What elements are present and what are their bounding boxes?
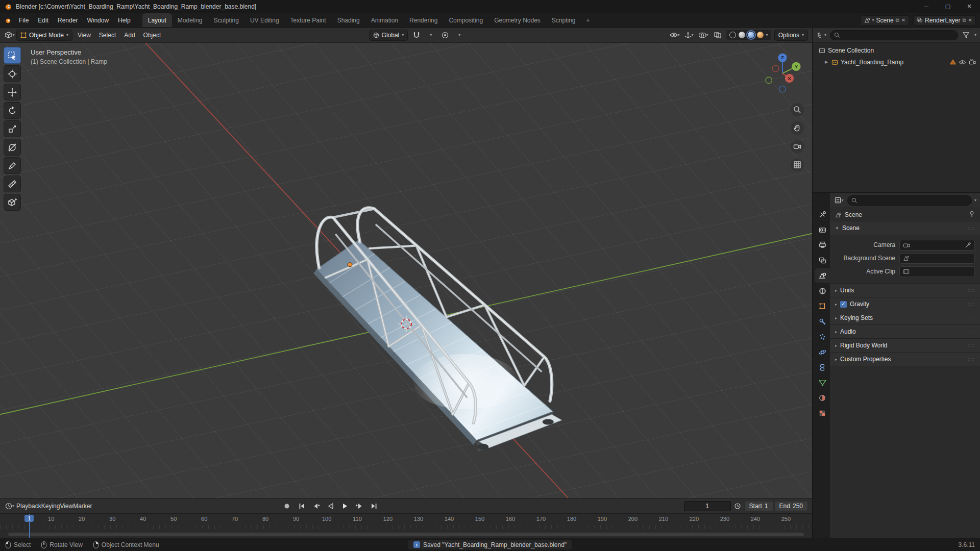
- auto-keying-record-button[interactable]: [281, 500, 292, 512]
- timeline-menu-item[interactable]: Marker: [73, 503, 92, 510]
- timeline-ruler[interactable]: 1020304050607080901001101201301401501601…: [0, 513, 812, 538]
- app-menu-item[interactable]: Render: [53, 13, 82, 27]
- tab-render[interactable]: [815, 222, 830, 237]
- viewport-menu-item[interactable]: Object: [139, 30, 165, 41]
- units-panel-header[interactable]: ▸ Units ::::: [830, 284, 980, 297]
- rigid-body-world-panel-header[interactable]: ▸ Rigid Body World ::::: [830, 339, 980, 353]
- tool-annotate[interactable]: [4, 157, 21, 174]
- new-scene-icon[interactable]: ⧉: [896, 17, 899, 23]
- hide-eye-icon[interactable]: [959, 60, 966, 65]
- tab-world[interactable]: [815, 284, 830, 298]
- background-scene-field[interactable]: [899, 253, 975, 264]
- outliner-editor-type-button[interactable]: ▾: [816, 30, 827, 41]
- tab-object-data[interactable]: [815, 375, 830, 390]
- maximize-button[interactable]: ▢: [937, 0, 959, 13]
- gizmo-neg-x[interactable]: [772, 65, 778, 71]
- shading-material-button[interactable]: [748, 32, 754, 38]
- workspace-tab[interactable]: Animation: [365, 13, 404, 27]
- tab-tool[interactable]: [815, 207, 830, 221]
- tab-scene[interactable]: [815, 268, 830, 283]
- navigation-gizmo[interactable]: Z Y X: [758, 47, 807, 96]
- workspace-tab[interactable]: Layout: [142, 13, 172, 27]
- pin-icon[interactable]: [969, 211, 975, 219]
- tool-cursor[interactable]: [4, 65, 21, 82]
- snap-magnet-toggle[interactable]: [411, 30, 422, 41]
- remove-view-layer-icon[interactable]: ✕: [968, 17, 972, 23]
- tool-measure[interactable]: [4, 176, 21, 192]
- tab-output[interactable]: [815, 238, 830, 252]
- next-keyframe-button[interactable]: [353, 500, 366, 512]
- overlays-dropdown[interactable]: ▾: [698, 30, 709, 41]
- audio-panel-header[interactable]: ▸ Audio ::::: [830, 325, 980, 339]
- panel-drag-handle[interactable]: ::::: [968, 343, 975, 348]
- playhead-frame-label[interactable]: 1: [24, 515, 34, 522]
- panel-drag-handle[interactable]: ::::: [968, 329, 975, 334]
- play-reverse-button[interactable]: [324, 500, 337, 512]
- use-preview-range-icon[interactable]: [732, 500, 743, 512]
- scene-selector[interactable]: ▾ Scene ⧉ ✕: [861, 15, 910, 26]
- panel-drag-handle[interactable]: ::::: [968, 302, 975, 307]
- minimize-button[interactable]: ─: [916, 0, 937, 13]
- workspace-tab[interactable]: Scripting: [546, 13, 581, 27]
- panel-drag-handle[interactable]: ::::: [968, 226, 975, 231]
- workspace-tab[interactable]: Modeling: [172, 13, 208, 27]
- workspace-tab[interactable]: Compositing: [443, 13, 488, 27]
- blender-app-menu-icon[interactable]: [0, 13, 14, 27]
- chevron-down-icon[interactable]: ▾: [974, 33, 976, 37]
- jump-to-end-button[interactable]: [367, 500, 380, 512]
- tool-box-select[interactable]: [4, 47, 21, 64]
- unlink-scene-icon[interactable]: ✕: [901, 17, 905, 23]
- outliner-search-input[interactable]: [830, 30, 958, 40]
- app-menu-item[interactable]: File: [14, 13, 33, 27]
- jump-to-start-button[interactable]: [296, 500, 309, 512]
- start-frame-field[interactable]: Start 1: [744, 501, 773, 511]
- app-menu-item[interactable]: Help: [113, 13, 135, 27]
- tab-object[interactable]: [815, 299, 830, 313]
- workspace-tab[interactable]: Sculpting: [208, 13, 244, 27]
- play-button[interactable]: [338, 500, 352, 512]
- tab-constraints[interactable]: [815, 360, 830, 374]
- disable-render-camera-icon[interactable]: [969, 59, 976, 65]
- mode-dropdown[interactable]: Object Mode ▾: [16, 30, 72, 41]
- new-view-layer-icon[interactable]: ⧉: [962, 17, 966, 23]
- tab-texture[interactable]: [815, 406, 830, 420]
- panel-drag-handle[interactable]: ::::: [968, 288, 975, 293]
- current-frame-field[interactable]: 1: [684, 501, 731, 511]
- xray-toggle[interactable]: [712, 30, 723, 41]
- outliner-row-scene-collection[interactable]: Scene Collection: [813, 44, 980, 56]
- proportional-falloff-dropdown[interactable]: ▾: [454, 30, 465, 41]
- app-menu-item[interactable]: Edit: [33, 13, 53, 27]
- gravity-checkbox[interactable]: ✓: [840, 301, 847, 308]
- outliner-row-yacht-boarding-ramp[interactable]: ▶ Yacht_Boarding_Ramp: [813, 56, 980, 68]
- snap-settings-dropdown[interactable]: ▾: [425, 30, 436, 41]
- end-frame-field[interactable]: End 250: [774, 501, 808, 511]
- tab-modifiers[interactable]: [815, 314, 830, 329]
- shading-rendered-button[interactable]: [757, 32, 764, 38]
- keying-sets-panel-header[interactable]: ▸ Keying Sets ::::: [830, 311, 980, 325]
- tool-transform[interactable]: [4, 139, 21, 156]
- workspace-tab[interactable]: Texture Paint: [285, 13, 332, 27]
- viewport-3d[interactable]: User Perspective (1) Scene Collection | …: [0, 43, 812, 498]
- scene-canvas[interactable]: [0, 43, 812, 498]
- shading-wireframe-button[interactable]: [729, 32, 736, 38]
- yacht-boarding-ramp-model[interactable]: [313, 208, 562, 452]
- tool-move[interactable]: [4, 84, 21, 101]
- camera-view-icon[interactable]: [791, 140, 804, 153]
- prev-keyframe-button[interactable]: [310, 500, 323, 512]
- tab-particles[interactable]: [815, 330, 830, 344]
- properties-editor-type-button[interactable]: ▾: [834, 195, 845, 206]
- tab-view-layer[interactable]: [815, 253, 830, 267]
- shading-dropdown-icon[interactable]: ▾: [766, 33, 768, 37]
- custom-properties-panel-header[interactable]: ▸ Custom Properties ::::: [830, 353, 980, 366]
- tab-physics[interactable]: [815, 345, 830, 359]
- close-button[interactable]: ✕: [959, 0, 980, 13]
- timeline-menu-item[interactable]: View: [60, 503, 73, 510]
- pan-hand-icon[interactable]: [791, 121, 804, 135]
- timeline-menu-item[interactable]: Keying: [41, 503, 60, 510]
- filter-dropdown-icon[interactable]: ▾: [974, 198, 976, 203]
- timeline-menu-item[interactable]: Playback: [16, 503, 41, 510]
- shading-solid-button[interactable]: [739, 32, 745, 38]
- add-workspace-button[interactable]: +: [581, 13, 595, 27]
- filter-icon[interactable]: [961, 30, 972, 41]
- workspace-tab[interactable]: UV Editing: [244, 13, 285, 27]
